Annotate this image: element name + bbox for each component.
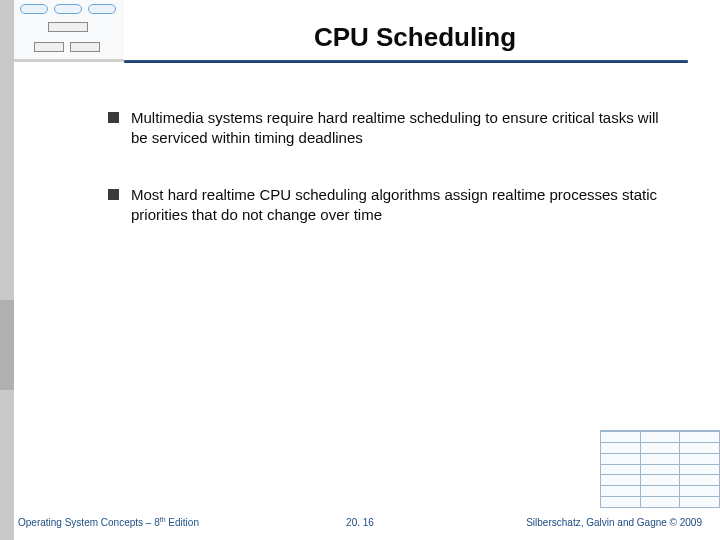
footer-center: 20. 16 (346, 517, 374, 528)
bullet-text: Most hard realtime CPU scheduling algori… (131, 185, 670, 226)
title-underline (124, 60, 688, 63)
bullet-text: Multimedia systems require hard realtime… (131, 108, 670, 149)
bullet-item: Most hard realtime CPU scheduling algori… (108, 185, 670, 226)
content-area: Multimedia systems require hard realtime… (108, 108, 670, 261)
footer-right: Silberschatz, Galvin and Gagne © 2009 (526, 517, 702, 528)
left-accent-bar-dark (0, 300, 14, 390)
slide: CPU Scheduling Multimedia systems requir… (0, 0, 720, 540)
corner-diagram-decoration (14, 0, 124, 62)
footer-left-suffix: Edition (166, 517, 199, 528)
bullet-marker-icon (108, 112, 119, 123)
footer: Operating System Concepts – 8th Edition … (18, 516, 702, 528)
bullet-item: Multimedia systems require hard realtime… (108, 108, 670, 149)
slide-title: CPU Scheduling (150, 22, 680, 53)
bullet-marker-icon (108, 189, 119, 200)
left-accent-bar (0, 0, 14, 540)
footer-left-prefix: Operating System Concepts – 8 (18, 517, 160, 528)
footer-left: Operating System Concepts – 8th Edition (18, 516, 199, 528)
corner-table-decoration (600, 430, 720, 508)
